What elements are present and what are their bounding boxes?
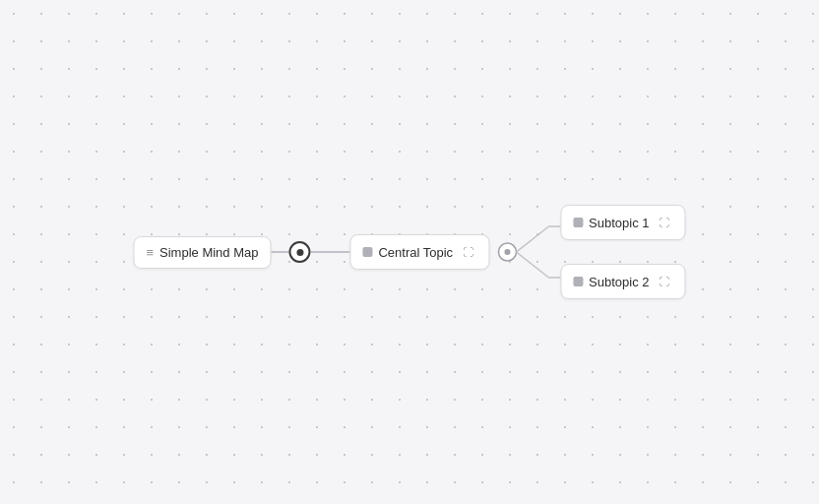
svg-point-1 (504, 249, 510, 255)
root-node[interactable]: ≡ Simple Mind Map (133, 236, 271, 269)
central-expand-icon[interactable]: ⛶ (459, 243, 476, 261)
branch-svg (489, 213, 568, 291)
subtopic-row-2: Subtopic 2 ⛶ (560, 264, 685, 299)
subtopic-2-label: Subtopic 2 (589, 275, 649, 289)
canvas: ≡ Simple Mind Map Central Topic ⛶ (0, 0, 819, 504)
subtopic-2-dot (573, 277, 583, 286)
subtopic-node-2[interactable]: Subtopic 2 ⛶ (560, 264, 685, 299)
mindmap-container: ≡ Simple Mind Map Central Topic ⛶ (133, 205, 685, 299)
central-node[interactable]: Central Topic ⛶ (349, 234, 489, 270)
subtopic-row-1: Subtopic 1 ⛶ (560, 205, 685, 240)
subtopic-2-expand-icon[interactable]: ⛶ (656, 273, 673, 290)
left-section: ≡ Simple Mind Map (133, 236, 349, 269)
root-connector-circle[interactable] (288, 241, 310, 263)
list-icon: ≡ (146, 245, 154, 260)
central-node-label: Central Topic (378, 245, 453, 260)
root-connector-circle-inner (296, 249, 303, 256)
subtopic-1-dot (573, 218, 583, 227)
svg-line-2 (516, 226, 548, 252)
svg-line-3 (516, 252, 548, 278)
root-node-label: Simple Mind Map (159, 245, 258, 260)
subtopic-1-label: Subtopic 1 (589, 216, 649, 230)
line-circle-to-central (310, 251, 349, 253)
line-root-to-circle (271, 251, 288, 253)
subtopics-column: Subtopic 1 ⛶ Subtopic 2 ⛶ (560, 205, 685, 299)
central-node-dot (362, 247, 372, 257)
subtopic-1-expand-icon[interactable]: ⛶ (656, 214, 673, 231)
subtopic-node-1[interactable]: Subtopic 1 ⛶ (560, 205, 685, 240)
